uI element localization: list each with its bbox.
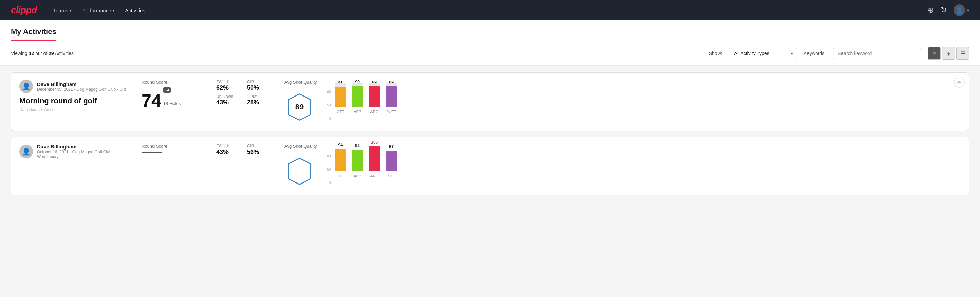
- gir-value: 56%: [247, 148, 270, 156]
- add-icon[interactable]: ⊕: [928, 6, 934, 14]
- list-detail-view-button[interactable]: ☰: [956, 47, 969, 60]
- arg-bar-empty: [369, 83, 380, 86]
- y-label-100: 100: [325, 90, 331, 94]
- grid-view-button[interactable]: ⊞: [942, 47, 955, 60]
- hexagon-wrapper: [284, 154, 315, 188]
- chevron-down-icon: ▾: [967, 8, 969, 13]
- hexagon-wrapper: 89: [284, 90, 315, 124]
- y-label-100: 100: [325, 154, 331, 158]
- activity-type-select[interactable]: All Activity Types: [729, 48, 797, 59]
- bar-app: 92 APP: [352, 144, 363, 178]
- card-left: 👤 Dave Billingham December 05, 2021 - Go…: [19, 80, 128, 112]
- gir-stat: GIR 50%: [247, 80, 270, 91]
- bars-container: 85 OTT 90 APP: [335, 83, 397, 121]
- stats-grid: FW Hit 62% GIR 50% Up/Down 43% 1 Putt 28…: [216, 80, 270, 106]
- gir-stat: GIR 56%: [247, 144, 270, 156]
- arg-value-label: 106: [371, 140, 378, 145]
- app-label: APP: [353, 174, 361, 178]
- bar-chart: 100 50 0 94 OTT 92 APP: [325, 147, 397, 185]
- stats-grid: FW Hit 43% GIR 56%: [216, 144, 270, 156]
- score-main: 74 +4 18 Holes: [142, 87, 203, 109]
- list-compact-icon: ≡: [932, 50, 935, 56]
- viewing-out-of: out of: [34, 51, 49, 56]
- show-label: Show:: [709, 51, 722, 56]
- viewing-total: 29: [49, 51, 54, 56]
- activity-title: Morning round of golf: [19, 96, 128, 105]
- app-value-label: 92: [355, 144, 360, 148]
- nav-performance-label: Performance: [82, 8, 111, 13]
- avatar: 👤: [19, 145, 33, 158]
- putt-label: PUTT: [387, 110, 396, 114]
- round-score-label: Round Score: [142, 144, 203, 149]
- one-putt-stat: 1 Putt 28%: [247, 94, 270, 106]
- putt-bar-empty: [386, 83, 397, 86]
- score-badge: +4: [163, 87, 171, 93]
- one-putt-label: 1 Putt: [247, 94, 270, 99]
- putt-value-label: 87: [389, 144, 394, 149]
- y-axis-labels: 100 50 0: [325, 90, 332, 121]
- fw-hit-value: 62%: [216, 84, 240, 91]
- one-putt-value: 28%: [247, 99, 270, 106]
- activities-list: 👤 Dave Billingham December 05, 2021 - Go…: [0, 65, 980, 202]
- viewing-text: Viewing 12 out of 29 Activities: [11, 51, 702, 56]
- score-placeholder: [142, 152, 162, 153]
- stats-section: FW Hit 43% GIR 56%: [216, 144, 270, 156]
- avg-shot-quality-label: Avg Shot Quality: [284, 80, 317, 85]
- ott-label: OTT: [337, 110, 344, 114]
- app-bar: [352, 150, 363, 171]
- nav-teams-label: Teams: [53, 8, 68, 13]
- bar-chart: 100 50 0 85 OTT 90: [325, 83, 397, 121]
- chevron-down-icon: ▾: [113, 8, 115, 12]
- updown-label: Up/Down: [216, 94, 240, 99]
- y-label-0: 0: [325, 117, 331, 121]
- svg-marker-1: [288, 158, 311, 185]
- edit-button[interactable]: ✏: [954, 77, 965, 88]
- bar-putt: 89 PUTT: [386, 80, 397, 114]
- navbar-right: ⊕ ↻ 👤 ▾: [928, 5, 969, 16]
- data-source: Data Source: Arccos: [19, 107, 128, 112]
- search-input[interactable]: [833, 48, 921, 59]
- refresh-icon[interactable]: ↻: [940, 6, 947, 14]
- fw-hit-label: FW Hit: [216, 80, 240, 84]
- list-compact-view-button[interactable]: ≡: [928, 47, 940, 60]
- gir-label: GIR: [247, 80, 270, 84]
- updown-value: 43%: [216, 99, 240, 106]
- nav-teams[interactable]: Teams ▾: [53, 6, 71, 14]
- y-label-0: 0: [325, 181, 331, 185]
- bars-container: 94 OTT 92 APP 106 ARG 8: [335, 147, 397, 185]
- fw-hit-value: 43%: [216, 148, 240, 156]
- ott-bar: [335, 87, 346, 107]
- app-logo[interactable]: clippd: [11, 5, 37, 16]
- arg-bar: [369, 146, 380, 171]
- page-header: My Activities: [0, 21, 980, 42]
- y-label-50: 50: [325, 103, 331, 107]
- view-buttons: ≡ ⊞ ☰: [928, 47, 969, 60]
- putt-bar: [386, 150, 397, 171]
- bar-arg: 89 ARG: [369, 80, 380, 114]
- card-left: 👤 Dave Billingham October 16, 2021 - Gog…: [19, 144, 128, 163]
- avatar: 👤: [953, 5, 965, 16]
- app-bar: [352, 86, 363, 107]
- score-value: 74: [142, 92, 161, 109]
- viewing-suffix: Activities: [54, 51, 74, 56]
- user-row: 👤 Dave Billingham October 16, 2021 - Gog…: [19, 144, 128, 159]
- y-axis-labels: 100 50 0: [325, 154, 332, 185]
- list-detail-icon: ☰: [960, 50, 965, 57]
- filter-bar: Viewing 12 out of 29 Activities Show: Al…: [0, 42, 980, 65]
- arg-label: ARG: [370, 174, 378, 178]
- nav-performance[interactable]: Performance ▾: [82, 6, 115, 14]
- bar-ott: 85 OTT: [335, 81, 346, 114]
- bar-putt: 87 PUTT: [386, 144, 397, 178]
- arg-bar: [369, 86, 380, 107]
- chevron-down-icon: ▾: [70, 8, 71, 12]
- updown-stat: Up/Down 43%: [216, 94, 240, 106]
- fw-hit-stat: FW Hit 43%: [216, 144, 240, 156]
- fw-hit-stat: FW Hit 62%: [216, 80, 240, 91]
- navbar: clippd Teams ▾ Performance ▾ Activities …: [0, 0, 980, 21]
- round-score-section: Round Score 74 +4 18 Holes: [142, 80, 203, 109]
- ott-value-label: 94: [338, 143, 343, 147]
- app-label: APP: [353, 110, 361, 114]
- page-title: My Activities: [11, 21, 56, 41]
- nav-activities[interactable]: Activities: [125, 6, 145, 14]
- user-menu[interactable]: 👤 ▾: [953, 5, 969, 16]
